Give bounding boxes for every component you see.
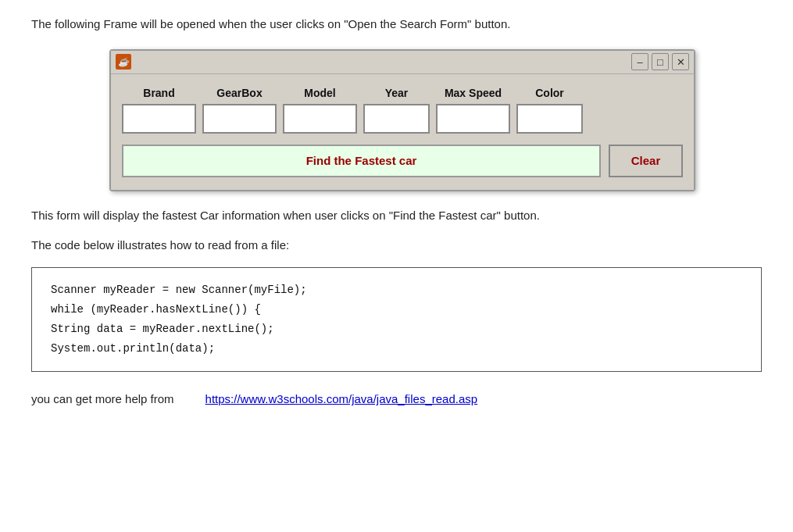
footer-prefix: you can get more help from <box>31 391 174 409</box>
search-form-window: ☕ – □ ✕ Brand GearBox Model Year <box>109 49 695 191</box>
footer-row: you can get more help from https://www.w… <box>31 391 762 409</box>
brand-input[interactable] <box>122 104 196 134</box>
window-content: Brand GearBox Model Year Max Speed Color <box>111 74 694 190</box>
model-label: Model <box>304 87 335 99</box>
code-line-2: while (myReader.hasNextLine()) { <box>51 300 742 320</box>
year-field-group: Year <box>363 87 430 134</box>
color-label: Color <box>535 87 564 99</box>
model-field-group: Model <box>283 87 357 134</box>
close-button[interactable]: ✕ <box>672 53 689 70</box>
gearbox-field-group: GearBox <box>202 87 277 134</box>
window-titlebar: ☕ – □ ✕ <box>111 51 694 74</box>
clear-button[interactable]: Clear <box>609 145 683 177</box>
gearbox-label: GearBox <box>216 87 262 99</box>
code-line-1: Scanner myReader = new Scanner(myFile); <box>51 280 742 300</box>
year-label: Year <box>385 87 409 99</box>
maximize-button[interactable]: □ <box>652 53 669 70</box>
find-fastest-car-button[interactable]: Find the Fastest car <box>122 145 601 177</box>
maxspeed-field-group: Max Speed <box>436 87 510 134</box>
java-icon: ☕ <box>116 54 131 70</box>
window-controls: – □ ✕ <box>631 53 689 70</box>
code-line-3: String data = myReader.nextLine(); <box>51 320 742 339</box>
year-input[interactable] <box>363 104 430 134</box>
color-input[interactable] <box>516 104 583 134</box>
brand-label: Brand <box>143 87 174 99</box>
code-block: Scanner myReader = new Scanner(myFile); … <box>31 267 762 373</box>
footer-link[interactable]: https://www.w3schools.com/java/java_file… <box>205 391 478 409</box>
maxspeed-input[interactable] <box>436 104 510 134</box>
fields-row: Brand GearBox Model Year Max Speed Color <box>122 87 683 134</box>
color-field-group: Color <box>516 87 583 134</box>
description-text: This form will display the fastest Car i… <box>31 207 762 225</box>
code-intro-text: The code below illustrates how to read f… <box>31 237 762 255</box>
minimize-button[interactable]: – <box>631 53 648 70</box>
gearbox-input[interactable] <box>202 104 277 134</box>
brand-field-group: Brand <box>122 87 196 134</box>
code-line-4: System.out.println(data); <box>51 339 742 359</box>
model-input[interactable] <box>283 104 357 134</box>
buttons-row: Find the Fastest car Clear <box>122 145 683 177</box>
intro-text: The following Frame will be opened when … <box>31 16 762 34</box>
maxspeed-label: Max Speed <box>445 87 502 99</box>
